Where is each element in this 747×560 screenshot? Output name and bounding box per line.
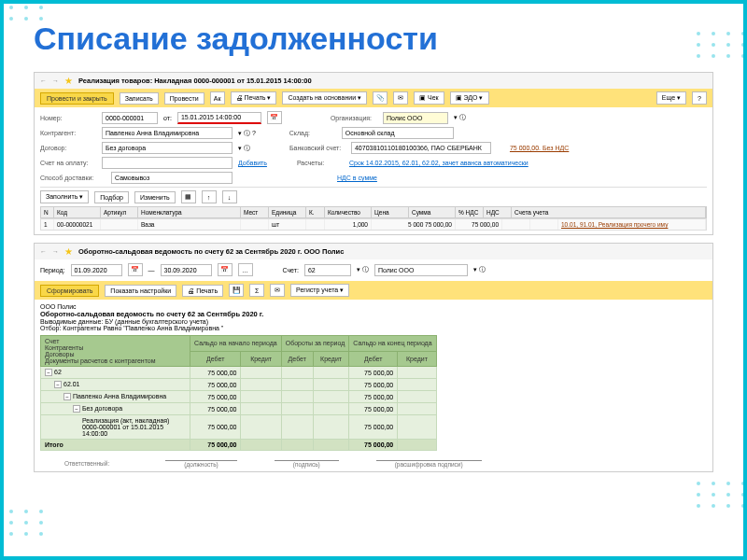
collapse-icon[interactable]: − [73, 405, 80, 413]
mail2-icon[interactable]: ✉ [270, 284, 285, 297]
date-field[interactable]: 15.01.2015 14:00:00 [177, 112, 261, 124]
nds-link[interactable]: НДС в сумме [337, 175, 377, 181]
dogovor-field[interactable]: Без договора [102, 142, 233, 154]
org2-field[interactable]: Полис ООО [374, 264, 468, 276]
acct-field[interactable]: 62 [304, 264, 351, 276]
date-label: от: [163, 115, 172, 121]
page-title: Списание задолженности [34, 21, 713, 57]
schet-label: Счет на оплату: [40, 160, 96, 166]
fill-button[interactable]: Заполнить ▾ [40, 190, 89, 203]
date-from-field[interactable]: 01.09.2020 [71, 264, 122, 276]
change-button[interactable]: Изменить [134, 191, 176, 203]
nav-back2-icon[interactable]: ← [40, 248, 47, 255]
table-row[interactable]: −Без договора75 000,0075 000,00 [41, 403, 437, 415]
sklad-label: Склад: [289, 130, 336, 136]
mail-icon[interactable]: ✉ [393, 91, 408, 105]
table-total-row: Итого75 000,0075 000,00 [41, 440, 437, 451]
window-title: Реализация товаров: Накладная 0000-00000… [78, 77, 312, 85]
create-based-button[interactable]: Создать на основании ▾ [282, 91, 367, 105]
report-header: ООО Полис Оборотно-сальдовая ведомость п… [35, 300, 712, 471]
report-window: ← → ★ Оборотно-сальдовая ведомость по сч… [34, 243, 713, 472]
collapse-icon[interactable]: − [54, 381, 62, 388]
number-field[interactable]: 0000-000001 [102, 112, 158, 124]
register-button[interactable]: Регистр учета ▾ [290, 284, 349, 297]
schet-field[interactable] [102, 157, 233, 169]
up-icon[interactable]: ↑ [202, 190, 217, 203]
form-button[interactable]: Сформировать [40, 285, 99, 297]
calendar-icon[interactable]: 📅 [267, 111, 282, 124]
org-label: Организация: [331, 115, 377, 121]
attach-icon[interactable]: 📎 [373, 91, 388, 105]
more-button[interactable]: Еще ▾ [656, 91, 686, 105]
number-label: Номер: [40, 115, 96, 121]
date-to-field[interactable]: 30.09.2020 [161, 264, 212, 276]
period-label: Период: [40, 267, 65, 273]
titlebar2: ← → ★ Оборотно-сальдовая ведомость по сч… [35, 244, 712, 259]
table-row[interactable]: −62.0175 000,0075 000,00 [41, 379, 437, 391]
org-field[interactable]: Полис ООО [383, 112, 448, 124]
scan-icon[interactable]: ▦ [181, 190, 196, 203]
balance-table: Счет Контрагенты Договоры Документы расч… [40, 335, 437, 451]
print2-button[interactable]: 🖨 Печать [182, 285, 223, 297]
rasch-label: Расчеты: [297, 160, 344, 166]
print-button[interactable]: 🖨 Печать ▾ [231, 91, 277, 105]
items-table-row[interactable]: 1 00-00000021 Ваза шт 1,000 5 000 75 000… [40, 218, 707, 231]
dt-kt-icon[interactable]: Ак [210, 91, 225, 105]
bank-label: Банковский счет: [289, 145, 345, 151]
record-button[interactable]: Записать [120, 92, 159, 105]
toolbar2: Сформировать Показать настройки 🖨 Печать… [35, 281, 712, 300]
post-close-button[interactable]: Провести и закрыть [40, 92, 114, 105]
table-row[interactable]: −6275 000,0075 000,00 [41, 367, 437, 379]
post-button[interactable]: Провести [164, 92, 204, 105]
settings-button[interactable]: Показать настройки [105, 285, 176, 297]
nav-fwd-icon[interactable]: → [52, 77, 59, 84]
signature-line: Ответственный: (должность) (подпись) (ра… [40, 460, 707, 468]
sklad-field[interactable]: Основной склад [342, 127, 454, 139]
rasch-link[interactable]: Срок 14.02.2015, 62.01, 62.02, зачет ава… [349, 160, 529, 166]
star-icon[interactable]: ★ [64, 76, 73, 86]
nav-fwd2-icon[interactable]: → [52, 248, 59, 255]
check-button[interactable]: ▣ Чек [414, 91, 444, 105]
kontr-label: Контрагент: [40, 130, 96, 136]
table-row[interactable]: −Павленко Анна Владимировна75 000,0075 0… [41, 391, 437, 403]
nav-back-icon[interactable]: ← [40, 77, 47, 84]
dostav-label: Способ доставки: [40, 175, 106, 181]
select-button[interactable]: Подбор [94, 191, 129, 203]
window-title2: Оборотно-сальдовая ведомость по счету 62… [78, 247, 344, 256]
save-icon[interactable]: 💾 [229, 284, 244, 297]
help-icon[interactable]: ? [692, 91, 707, 105]
titlebar: ← → ★ Реализация товаров: Накладная 0000… [35, 73, 712, 89]
dostav-field[interactable]: Самовывоз [111, 172, 233, 184]
kontr-field[interactable]: Павленко Анна Владимировна [102, 127, 233, 139]
collapse-icon[interactable]: − [45, 369, 52, 376]
table-row[interactable]: Реализация (акт, накладная) 0000-000001 … [41, 415, 437, 440]
cal-icon[interactable]: 📅 [128, 263, 143, 276]
invoice-window: ← → ★ Реализация товаров: Накладная 0000… [34, 72, 713, 235]
period-icon[interactable]: … [238, 263, 253, 276]
total-link[interactable]: 75 000,00. Без НДС [510, 145, 569, 151]
dogovor-label: Договор: [40, 145, 96, 151]
toolbar: Провести и закрыть Записать Провести Ак … [35, 89, 712, 107]
bank-field[interactable]: 40703810110180100366, ПАО СБЕРБАНК [351, 142, 491, 154]
acct-label: Счет: [283, 267, 299, 273]
items-table-header: N Код Артикул Номенклатура Мест Единица … [40, 206, 707, 218]
cal2-icon[interactable]: 📅 [218, 263, 233, 276]
chart-icon[interactable]: Σ [249, 284, 264, 297]
add-link[interactable]: Добавить [238, 160, 267, 166]
star2-icon[interactable]: ★ [64, 246, 73, 257]
down-icon[interactable]: ↓ [222, 190, 237, 203]
collapse-icon[interactable]: − [63, 393, 71, 400]
edo-button[interactable]: ▣ ЭДО ▾ [450, 91, 489, 105]
